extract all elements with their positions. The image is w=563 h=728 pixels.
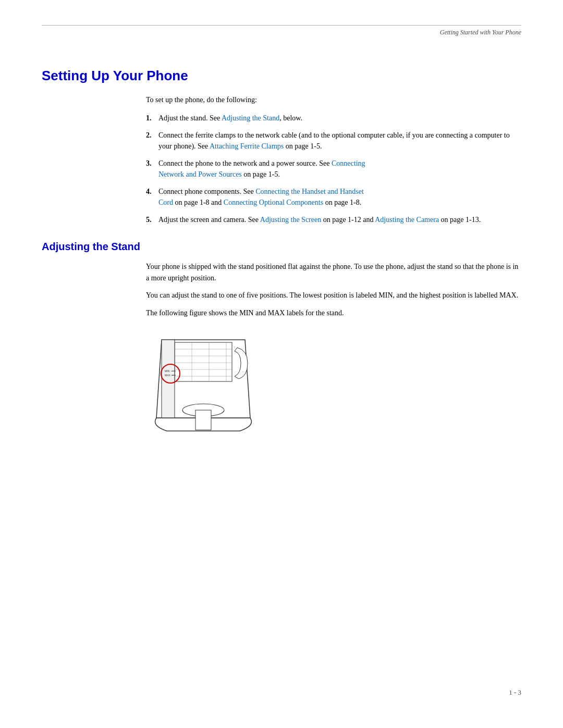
phone-figure: MIN → MAX →: [146, 329, 261, 439]
svg-rect-12: [195, 410, 211, 430]
phone-svg: MIN → MAX →: [146, 329, 261, 439]
figure-container: MIN → MAX →: [146, 329, 521, 439]
section1-title: Setting Up Your Phone: [42, 68, 521, 84]
list-item: 2. Connect the ferrite clamps to the net…: [146, 130, 521, 152]
section1-intro: To set up the phone, do the following:: [146, 94, 521, 105]
adjusting-stand-link[interactable]: Adjusting the Stand: [222, 114, 279, 122]
section2-title: Adjusting the Stand: [42, 241, 521, 253]
step-number: 2.: [146, 130, 158, 152]
section2-para2: You can adjust the stand to one of five …: [146, 290, 521, 301]
step-number: 3.: [146, 158, 158, 180]
header-text: Getting Started with Your Phone: [42, 29, 521, 36]
content-area: Setting Up Your Phone To set up the phon…: [42, 68, 521, 439]
adjusting-camera-link[interactable]: Adjusting the Camera: [375, 216, 439, 224]
svg-rect-10: [162, 340, 175, 418]
step-number: 5.: [146, 214, 158, 225]
steps-list: 1. Adjust the stand. See Adjusting the S…: [146, 113, 521, 225]
list-item: 5. Adjust the screen and camera. See Adj…: [146, 214, 521, 225]
list-item: 1. Adjust the stand. See Adjusting the S…: [146, 113, 521, 124]
step-content: Connect phone components. See Connecting…: [158, 186, 521, 208]
header-bar: Getting Started with Your Phone: [42, 25, 521, 36]
section2-para3: The following figure shows the MIN and M…: [146, 307, 521, 319]
svg-rect-1: [175, 342, 232, 381]
step-content: Adjust the stand. See Adjusting the Stan…: [158, 113, 521, 124]
step-content: Connect the ferrite clamps to the networ…: [158, 130, 521, 152]
list-item: 3. Connect the phone to the network and …: [146, 158, 521, 180]
page-container: Getting Started with Your Phone Setting …: [0, 0, 563, 728]
footer-bar: 1 - 3: [42, 688, 521, 697]
list-item: 4. Connect phone components. See Connect…: [146, 186, 521, 208]
step-content: Connect the phone to the network and a p…: [158, 158, 521, 180]
page-number: 1 - 3: [509, 688, 521, 696]
step-number: 1.: [146, 113, 158, 124]
adjusting-screen-link[interactable]: Adjusting the Screen: [260, 216, 321, 224]
section2-para1: Your phone is shipped with the stand pos…: [146, 261, 521, 283]
connecting-network-link[interactable]: ConnectingNetwork and Power Sources: [158, 159, 365, 178]
attaching-ferrite-link[interactable]: Attaching Ferrite Clamps: [210, 142, 284, 150]
connecting-optional-link[interactable]: Connecting Optional Components: [224, 199, 323, 206]
step-number: 4.: [146, 186, 158, 208]
step-content: Adjust the screen and camera. See Adjust…: [158, 214, 521, 225]
